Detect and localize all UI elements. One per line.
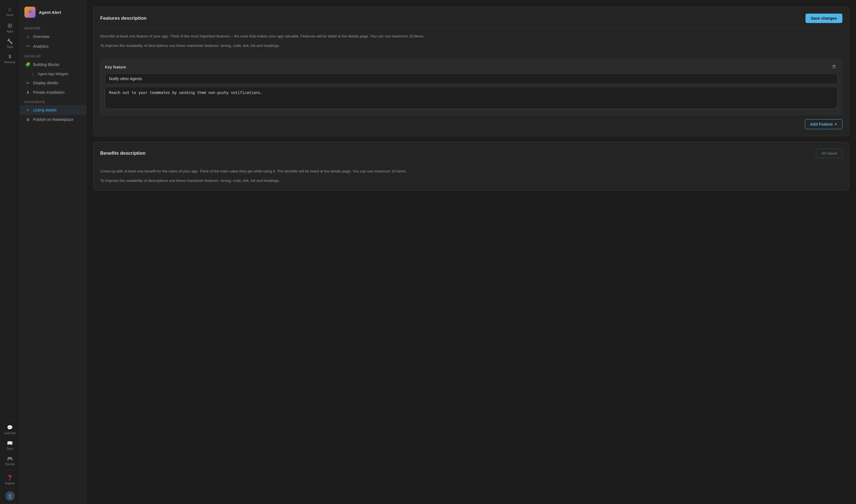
tools-icon: 🔧: [7, 38, 13, 44]
app-icon: [24, 7, 36, 18]
analytics-icon: 〜: [25, 44, 30, 49]
benefits-description-text: Come up with at least one benefit for th…: [100, 168, 842, 184]
features-description-text: Describe at least one feature of your ap…: [100, 33, 842, 49]
benefits-desc-para-2: To improve the readability of descriptio…: [100, 178, 842, 184]
features-card-title: Features description: [100, 16, 147, 21]
user-avatar[interactable]: 👤: [5, 491, 15, 501]
trash-icon: [832, 65, 836, 69]
icon-bar-divider-3: [4, 489, 16, 490]
app-header: Agent Alert: [20, 4, 86, 23]
discord-label: Discord: [5, 463, 15, 466]
support-label: Support: [5, 482, 15, 485]
agent-app-widgets-label: Agent App Widgets: [38, 72, 69, 76]
develop-section-label: DEVELOP: [20, 51, 86, 60]
list-icon: ≡: [25, 108, 30, 112]
features-desc-para-1: Describe at least one feature of your ap…: [100, 33, 842, 39]
display-details-label: Display details: [33, 81, 58, 85]
app-name: Agent Alert: [39, 10, 61, 15]
download-icon: ⬇: [25, 90, 30, 94]
feature-description-textarea[interactable]: Reach out to your teammates by sending t…: [105, 87, 838, 109]
add-feature-row: Add Feature +: [100, 119, 842, 129]
feature-block-header: Key feature: [105, 64, 838, 70]
save-changes-button[interactable]: Save changes: [805, 14, 842, 23]
benefits-card: Benefits description All saved Come up w…: [93, 142, 849, 191]
home-label: Home: [6, 14, 14, 17]
sidebar-item-private-installation[interactable]: ⬇ Private installation: [20, 88, 86, 97]
main-content: Features description Save changes Descri…: [87, 0, 856, 504]
feature-block-1: Key feature Reach out to your teammates …: [100, 59, 842, 115]
features-divider: [100, 28, 842, 28]
sidebar-item-display-details[interactable]: ✏ Display details: [20, 78, 86, 88]
revenue-label: Revenue: [4, 61, 15, 64]
sidebar-item-analytics[interactable]: 〜 Analytics: [20, 41, 86, 51]
benefits-card-header: Benefits description All saved: [100, 149, 842, 158]
home-icon-small: ⌂: [25, 34, 30, 39]
svg-rect-5: [833, 66, 835, 68]
delete-feature-button[interactable]: [831, 64, 838, 70]
features-divider-2: [100, 54, 842, 54]
add-feature-button[interactable]: Add Feature +: [805, 119, 842, 129]
analytics-label: Analytics: [33, 44, 49, 49]
features-card: Features description Save changes Descri…: [93, 7, 849, 136]
sidebar-item-apps[interactable]: ⊞ Apps: [0, 19, 20, 36]
all-saved-button: All saved: [816, 149, 842, 158]
features-card-header: Features description Save changes: [100, 14, 842, 23]
benefits-desc-para-1: Come up with at least one benefit for th…: [100, 168, 842, 174]
listing-details-label: Listing details: [33, 108, 57, 112]
sidebar-sub-item-agent-app-widgets[interactable]: Agent App Widgets: [20, 70, 86, 78]
svg-point-2: [29, 11, 31, 13]
grid-icon: ⊞: [25, 118, 30, 122]
plus-icon: +: [835, 122, 837, 127]
benefits-card-title: Benefits description: [100, 150, 145, 156]
icon-bar-divider-2: [4, 470, 16, 470]
puzzle-icon: 🧩: [25, 62, 30, 67]
livechat-label: LiveChat: [4, 432, 15, 435]
home-icon: ⌂: [8, 6, 11, 13]
add-feature-label: Add Feature: [810, 122, 833, 126]
features-desc-para-2: To improve the readability of descriptio…: [100, 43, 842, 49]
apps-label: Apps: [7, 30, 13, 33]
sidebar-item-revenue[interactable]: $ Revenue: [0, 51, 20, 67]
sidebar-item-listing-details[interactable]: ≡ Listing details: [20, 105, 86, 115]
tools-label: Tools: [7, 46, 13, 49]
monitor-section-label: MONITOR: [20, 23, 86, 32]
private-installation-label: Private installation: [33, 90, 65, 94]
key-feature-title: Key feature: [105, 65, 126, 69]
building-blocks-label: Building Blocks: [33, 62, 59, 67]
overview-label: Overview: [33, 34, 49, 39]
benefits-divider: [100, 163, 842, 163]
feature-title-input[interactable]: [105, 73, 838, 84]
sidebar-item-discord[interactable]: 🎮 Discord: [0, 453, 20, 469]
sidebar-item-publish-marketplace[interactable]: ⊞ Publish on Marketplace: [20, 115, 86, 124]
app-logo-svg: [26, 8, 34, 16]
docs-label: Docs: [7, 447, 13, 450]
sidebar-item-support[interactable]: ❓ Support: [0, 472, 20, 488]
revenue-icon: $: [8, 54, 11, 60]
support-icon: ❓: [7, 475, 13, 481]
sidebar-item-docs[interactable]: 📖 Docs: [0, 437, 20, 453]
publish-marketplace-label: Publish on Marketplace: [33, 117, 73, 122]
icon-bar: ⌂ Home ⊞ Apps 🔧 Tools $ Revenue 💬 LiveCh…: [0, 0, 20, 504]
sidebar-item-tools[interactable]: 🔧 Tools: [0, 36, 20, 51]
apps-icon: ⊞: [7, 22, 12, 29]
sidebar: Agent Alert MONITOR ⌂ Overview 〜 Analyti…: [20, 0, 87, 504]
distribute-section-label: DISTRIBUTE: [20, 97, 86, 105]
sidebar-item-livechat[interactable]: 💬 LiveChat: [0, 422, 20, 437]
pencil-icon: ✏: [25, 81, 30, 85]
discord-icon: 🎮: [7, 456, 13, 462]
livechat-icon: 💬: [7, 425, 13, 431]
sidebar-item-overview[interactable]: ⌂ Overview: [20, 32, 86, 41]
docs-icon: 📖: [7, 440, 13, 446]
svg-rect-4: [833, 65, 835, 66]
sidebar-item-building-blocks[interactable]: 🧩 Building Blocks: [20, 60, 86, 70]
sidebar-item-home[interactable]: ⌂ Home: [0, 3, 20, 19]
